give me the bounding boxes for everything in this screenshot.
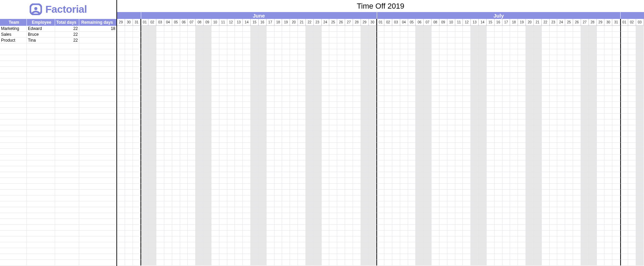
calendar-cell[interactable] [628,201,636,207]
calendar-cell[interactable] [392,207,400,213]
calendar-cell[interactable] [557,43,565,49]
calendar-cell[interactable] [620,96,628,102]
calendar-cell[interactable] [196,102,204,108]
calendar-cell[interactable] [141,219,148,225]
total-days-cell[interactable] [55,149,79,154]
calendar-cell[interactable] [117,213,125,219]
calendar-cell[interactable] [219,119,227,125]
calendar-cell[interactable] [322,201,330,207]
calendar-cell[interactable] [235,225,243,231]
calendar-cell[interactable] [479,207,487,213]
calendar-cell[interactable] [447,78,455,84]
calendar-cell[interactable] [581,61,589,67]
calendar-cell[interactable] [392,84,400,90]
table-row[interactable] [0,125,116,131]
calendar-cell[interactable] [416,49,424,55]
calendar-cell[interactable] [211,166,219,172]
calendar-cell[interactable] [510,225,518,231]
calendar-cell[interactable] [384,178,392,184]
calendar-cell[interactable] [384,49,392,55]
calendar-cell[interactable] [314,160,322,166]
calendar-cell[interactable] [463,43,471,49]
calendar-cell[interactable] [502,184,510,190]
calendar-cell[interactable] [148,137,156,143]
calendar-cell[interactable] [243,231,251,236]
calendar-cell[interactable] [314,236,322,242]
calendar-cell[interactable] [345,102,353,108]
calendar-cell[interactable] [589,137,597,143]
calendar-cell[interactable] [180,90,188,96]
calendar-cell[interactable] [542,201,550,207]
calendar-cell[interactable] [259,96,267,102]
calendar-cell[interactable] [337,137,345,143]
calendar-cell[interactable] [148,114,156,119]
calendar-cell[interactable] [636,178,644,184]
calendar-cell[interactable] [439,49,447,55]
calendar-cell[interactable] [141,236,148,242]
calendar-cell[interactable] [502,67,510,73]
calendar-cell[interactable] [219,248,227,254]
calendar-cell[interactable] [235,242,243,248]
calendar-cell[interactable] [471,90,479,96]
calendar-cell[interactable] [298,102,306,108]
calendar-cell[interactable] [282,178,290,184]
calendar-cell[interactable] [188,43,196,49]
calendar-cell[interactable] [251,231,259,236]
calendar-cell[interactable] [125,43,133,49]
calendar-cell[interactable] [463,231,471,236]
calendar-cell[interactable] [542,108,550,114]
team-cell[interactable] [0,43,27,49]
calendar-cell[interactable] [369,207,377,213]
calendar-cell[interactable] [557,225,565,231]
calendar-cell[interactable] [534,78,542,84]
calendar-cell[interactable] [345,190,353,195]
calendar-cell[interactable] [455,178,463,184]
calendar-cell[interactable] [164,149,172,155]
calendar-cell[interactable] [282,166,290,172]
calendar-cell[interactable] [620,149,628,155]
team-cell[interactable] [0,195,27,201]
calendar-cell[interactable] [526,32,534,38]
calendar-cell[interactable] [306,119,314,125]
calendar-cell[interactable] [526,143,534,149]
calendar-cell[interactable] [211,225,219,231]
calendar-cell[interactable] [156,190,164,195]
calendar-cell[interactable] [345,149,353,155]
calendar-cell[interactable] [597,73,605,78]
calendar-cell[interactable] [219,96,227,102]
calendar-cell[interactable] [542,248,550,254]
calendar-cell[interactable] [636,254,644,260]
calendar-cell[interactable] [251,96,259,102]
calendar-cell[interactable] [306,236,314,242]
calendar-cell[interactable] [463,207,471,213]
calendar-cell[interactable] [526,137,534,143]
calendar-cell[interactable] [306,102,314,108]
calendar-cell[interactable] [259,78,267,84]
calendar-cell[interactable] [227,102,235,108]
calendar-cell[interactable] [400,125,408,131]
calendar-cell[interactable] [518,207,526,213]
calendar-cell[interactable] [180,207,188,213]
calendar-cell[interactable] [526,248,534,254]
calendar-cell[interactable] [353,90,361,96]
calendar-cell[interactable] [408,84,416,90]
calendar-cell[interactable] [148,73,156,78]
calendar-cell[interactable] [156,38,164,43]
calendar-cell[interactable] [274,248,282,254]
calendar-cell[interactable] [322,49,330,55]
calendar-cell[interactable] [424,143,432,149]
calendar-cell[interactable] [502,84,510,90]
calendar-cell[interactable] [589,108,597,114]
calendar-cell[interactable] [180,61,188,67]
calendar-cell[interactable] [581,131,589,137]
calendar-cell[interactable] [565,43,573,49]
calendar-cell[interactable] [196,119,204,125]
total-days-cell[interactable] [55,84,79,90]
calendar-cell[interactable] [156,125,164,131]
calendar-cell[interactable] [487,190,495,195]
calendar-cell[interactable] [267,178,274,184]
calendar-cell[interactable] [581,155,589,160]
calendar-cell[interactable] [400,184,408,190]
calendar-cell[interactable] [314,55,322,61]
calendar-cell[interactable] [495,125,502,131]
